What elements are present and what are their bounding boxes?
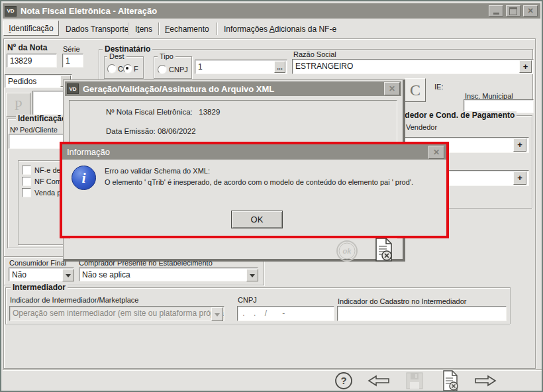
radio-tipo-cnpj[interactable]: CNPJ (158, 65, 188, 74)
info-icon: i (72, 166, 96, 190)
razao-social-label: Razão Social (293, 50, 336, 58)
xml-dialog-icon: VD (67, 83, 79, 94)
radio-dest-c[interactable]: C (107, 64, 123, 74)
app-window: VD Nota Fiscal Eletrônica - Alteração ✕ … (0, 0, 543, 392)
ie-label: IE: (434, 83, 443, 91)
tab-itens[interactable]: Itens (135, 24, 152, 34)
help-icon: ? (334, 371, 353, 390)
close-icon: ✕ (527, 7, 533, 15)
comprador-select[interactable]: Não se aplica (79, 268, 258, 281)
comprador-dropdown-icon[interactable] (246, 269, 258, 281)
radio-label: C (118, 65, 123, 73)
add-cond-pagamento-button[interactable]: + (513, 172, 526, 185)
error-dialog: Informação ✕ i Erro ao validar Schema do… (60, 142, 449, 238)
error-dialog-titlebar: Informação ✕ (62, 144, 446, 160)
xml-dialog-title: Geração/Validação/Assinatura do Arquivo … (83, 84, 274, 94)
checkbox-icon[interactable] (22, 177, 31, 186)
indicador-dropdown-icon (211, 307, 223, 321)
c-button[interactable]: C (405, 78, 426, 102)
radio-label: CNPJ (169, 66, 188, 74)
close-button[interactable]: ✕ (523, 5, 538, 17)
error-dialog-close-button[interactable]: ✕ (428, 146, 444, 159)
nota-input[interactable]: 13829 (7, 54, 57, 68)
destinatario-codigo-input[interactable]: 1 (195, 60, 287, 74)
tab-separator (217, 23, 217, 35)
xml-emissao-line: Data Emissão: 08/06/2022 (106, 127, 196, 135)
xml-dialog-close-button[interactable]: ✕ (384, 82, 400, 95)
cancel-document-button[interactable] (441, 370, 460, 392)
indicador-intermediador-label: Indicador de Intermediador/Marketplace (10, 296, 138, 304)
tab-separator (158, 23, 159, 35)
forward-button[interactable] (474, 373, 497, 391)
cnpj-label: CNPJ (238, 296, 257, 304)
minimize-icon (493, 13, 499, 15)
serie-input[interactable]: 1 (62, 54, 83, 68)
nota-label: Nº da Nota (7, 44, 47, 52)
dest-subgroup-title: Dest (107, 52, 126, 60)
help-button[interactable]: ? (334, 371, 353, 392)
browse-button[interactable]: ... (274, 61, 285, 73)
identificacao-group-title: Identificação (16, 115, 68, 122)
info-icon-letter: i (81, 170, 85, 187)
radio-label: F (134, 65, 138, 73)
window-title: Nota Fiscal Eletrônica - Alteração (21, 6, 157, 16)
error-dialog-title: Informação (67, 147, 110, 157)
consumidor-dropdown-icon[interactable] (62, 269, 74, 281)
back-button[interactable] (368, 373, 390, 391)
add-razao-social-button[interactable]: + (519, 60, 532, 73)
radio-icon[interactable] (158, 65, 167, 74)
error-line1: Erro ao validar Schema do XML: (105, 167, 210, 175)
checkbox-row[interactable]: Venda pa (22, 188, 66, 197)
indicador-intermediador-select[interactable]: Operação sem intermediador (em site ou p… (9, 306, 224, 321)
maximize-button[interactable] (506, 5, 520, 17)
serie-label: Série (63, 45, 80, 53)
ok-circle-icon: ok (336, 240, 358, 262)
maximize-icon (509, 7, 517, 15)
save-button[interactable] (405, 371, 424, 392)
arrow-right-icon (474, 373, 497, 388)
vendedor-label: Vendedor (406, 123, 437, 131)
tipo-subgroup-title: Tipo (158, 52, 175, 60)
xml-dialog-titlebar: VD Geração/Validação/Assinatura do Arqui… (65, 81, 401, 96)
cnpj-input[interactable]: . . / - (237, 306, 334, 321)
radio-checked-icon[interactable] (123, 64, 132, 74)
intermediador-group-title: Intermediador (11, 283, 68, 291)
add-vendedor-button[interactable]: + (513, 138, 526, 152)
tab-separator (128, 23, 128, 35)
arrow-left-icon (368, 373, 390, 388)
main-titlebar: VD Nota Fiscal Eletrônica - Alteração (3, 3, 540, 19)
xml-nota-line: Nº Nota Fiscal Eletrônica: 13829 (106, 108, 220, 116)
consumidor-final-label: Consumidor Final (9, 259, 66, 267)
minimize-button[interactable] (489, 5, 503, 17)
ped-cliente-label: Nº Ped/Cliente (10, 126, 58, 134)
tab-identificacao[interactable]: Identificação (3, 21, 59, 36)
app-icon: VD (5, 6, 17, 17)
save-icon (405, 371, 424, 390)
svg-text:ok: ok (343, 247, 352, 255)
tab-informacoes-adicionais[interactable]: Informações Adicionais da NF-e (224, 24, 336, 34)
document-x-icon (441, 370, 460, 391)
radio-dest-f[interactable]: F (123, 64, 138, 74)
vendedor-group-title: Vendedor e Cond. de Pagamento (389, 111, 517, 119)
cadastro-intermediador-input[interactable] (337, 306, 507, 321)
error-ok-button[interactable]: OK (231, 211, 283, 228)
tab-fechamento[interactable]: Fechamento (165, 24, 209, 34)
checkbox-icon[interactable] (22, 166, 31, 175)
svg-text:?: ? (340, 375, 346, 386)
xml-ok-button[interactable]: ok (336, 240, 358, 265)
xml-cancel-button[interactable] (373, 238, 394, 264)
checkbox-icon[interactable] (22, 188, 31, 197)
radio-icon[interactable] (107, 64, 117, 74)
toolbar-divider-light (3, 370, 543, 371)
error-line2: O elemento ' qTrib' é inesperado, de aco… (105, 178, 413, 186)
tab-dados-transporte[interactable]: Dados Transporte (66, 24, 128, 34)
cadastro-intermediador-label: Indicador do Cadastro no Intermediador (338, 297, 466, 305)
document-x-icon (373, 238, 394, 262)
razao-social-input[interactable]: ESTRANGEIRO (292, 59, 534, 74)
